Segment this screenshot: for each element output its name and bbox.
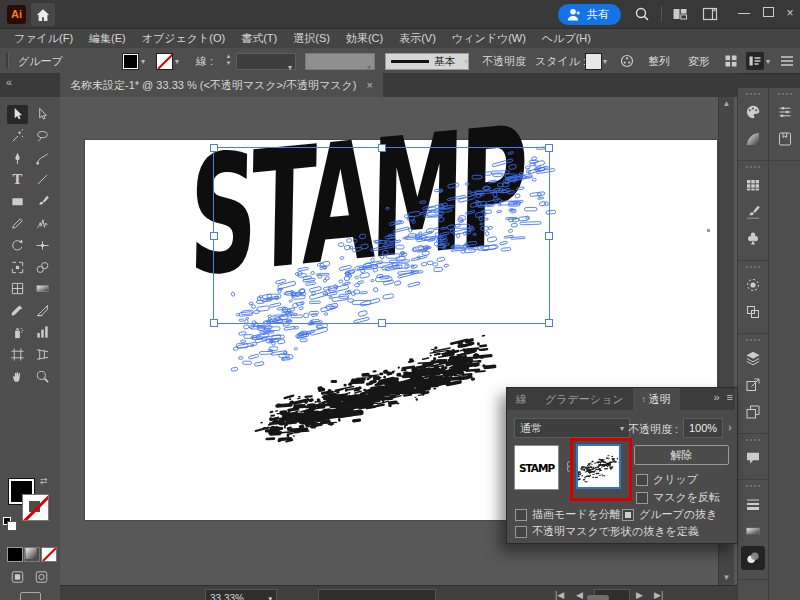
define-knockout-checkbox[interactable]: 不透明マスクで形状の抜きを定義: [515, 524, 699, 539]
width-tool[interactable]: [32, 236, 53, 255]
menu-edit[interactable]: 編集(E): [81, 31, 134, 46]
close-window-button[interactable]: ×: [778, 0, 800, 26]
selection-handle[interactable]: [210, 232, 218, 240]
opacity-value-field[interactable]: 100%: [683, 418, 723, 438]
opacity-link[interactable]: 不透明度: [482, 54, 526, 69]
shaper-tool[interactable]: [32, 214, 53, 233]
panel-drag-dots[interactable]: [746, 166, 760, 168]
close-tab-icon[interactable]: ×: [367, 79, 373, 91]
line-segment-tool[interactable]: [32, 170, 53, 189]
gradient-tool[interactable]: [32, 279, 53, 298]
selection-bounding-box[interactable]: [213, 147, 550, 324]
mesh-tool[interactable]: [7, 279, 28, 298]
transparency-circles-icon[interactable]: [741, 546, 765, 570]
panel-dock-icon[interactable]: [746, 52, 764, 70]
magic-wand-tool[interactable]: [7, 127, 28, 146]
stroke-color-swatch[interactable]: [156, 53, 173, 70]
artboards-icon[interactable]: [741, 400, 765, 424]
stroke-caret-icon[interactable]: ▾: [175, 57, 179, 66]
menu-view[interactable]: 表示(V): [391, 31, 444, 46]
selection-handle[interactable]: [210, 319, 218, 327]
document-tab[interactable]: 名称未設定-1* @ 33.33 % (<不透明マスク>/不透明マスク) ×: [60, 73, 383, 97]
panel-tab-stroke[interactable]: 線: [507, 388, 536, 410]
nested-squares-icon[interactable]: [741, 300, 765, 324]
previous-artboard-icon[interactable]: ◀: [576, 590, 583, 600]
stroke-lines-icon[interactable]: [741, 492, 765, 516]
menu-effect[interactable]: 効果(C): [338, 31, 391, 46]
clip-checkbox[interactable]: クリップ: [636, 472, 698, 487]
panel-dock-caret-icon[interactable]: ▾: [766, 57, 770, 66]
eyedropper-tool[interactable]: [7, 301, 28, 320]
rotate-tool[interactable]: [7, 236, 28, 255]
opacity-mask-thumbnail[interactable]: [576, 444, 621, 489]
rectangle-tool[interactable]: [7, 192, 28, 211]
panel-tab-transparency[interactable]: ↕透明: [633, 388, 680, 410]
first-artboard-icon[interactable]: |◀: [555, 590, 564, 600]
variable-width-dropdown[interactable]: ▾: [305, 53, 375, 70]
type-tool[interactable]: T: [7, 170, 28, 189]
panel-drag-dots[interactable]: [778, 93, 792, 95]
next-artboard-icon[interactable]: ▶: [636, 590, 643, 600]
blend-tool[interactable]: [32, 258, 53, 277]
collapse-tools-icon[interactable]: «: [6, 76, 12, 88]
opacity-flyout-icon[interactable]: ›: [725, 418, 735, 438]
paintbrush-tool[interactable]: [32, 192, 53, 211]
knockout-group-checkbox-box[interactable]: [622, 509, 634, 521]
invert-mask-checkbox[interactable]: マスクを反転: [636, 490, 720, 505]
color-palette-icon[interactable]: [741, 100, 765, 124]
lasso-tool[interactable]: [32, 127, 53, 146]
define-knockout-checkbox-box[interactable]: [515, 526, 527, 538]
maximize-button[interactable]: [756, 0, 780, 26]
style-caret-icon[interactable]: ▾: [603, 57, 607, 66]
home-button[interactable]: [31, 3, 55, 26]
pen-tool[interactable]: [7, 149, 28, 168]
selection-handle[interactable]: [378, 319, 386, 327]
scroll-down-icon[interactable]: ▼: [719, 571, 734, 585]
selection-tool[interactable]: [7, 105, 28, 124]
selection-handle[interactable]: [545, 232, 553, 240]
zoom-tool[interactable]: [32, 367, 53, 386]
draw-normal-mode-button[interactable]: [9, 569, 26, 584]
fill-color-swatch[interactable]: [122, 53, 139, 70]
menu-window[interactable]: ウィンドウ(W): [444, 31, 534, 46]
layers-icon[interactable]: [741, 346, 765, 370]
artboard-navigation-dropdown[interactable]: [318, 589, 436, 600]
invert-mask-checkbox-box[interactable]: [636, 492, 648, 504]
fill-caret-icon[interactable]: ▾: [141, 57, 145, 66]
column-graph-tool[interactable]: [32, 323, 53, 342]
panel-menu-icon[interactable]: ≡: [727, 391, 733, 403]
panel-drag-dots[interactable]: [746, 485, 760, 487]
swap-fill-stroke-icon[interactable]: ⇄: [40, 476, 48, 486]
scroll-up-icon[interactable]: ▲: [719, 97, 734, 111]
properties-sliders-icon[interactable]: [773, 100, 797, 124]
libraries-icon[interactable]: [773, 127, 797, 151]
menu-type[interactable]: 書式(T): [233, 31, 285, 46]
dashed-circle-icon[interactable]: [741, 273, 765, 297]
selection-handle[interactable]: [378, 144, 386, 152]
menu-file[interactable]: ファイル(F): [6, 31, 81, 46]
illustrator-app-icon[interactable]: Ai: [7, 5, 26, 24]
export-asset-icon[interactable]: [741, 373, 765, 397]
arrange-documents-button[interactable]: [672, 5, 692, 23]
brush-caret-icon[interactable]: ▾: [464, 57, 468, 66]
selection-handle[interactable]: [545, 144, 553, 152]
perspective-tool[interactable]: [32, 345, 53, 364]
menu-help[interactable]: ヘルプ(H): [534, 31, 599, 46]
symbols-club-icon[interactable]: [741, 227, 765, 251]
zoom-level-dropdown[interactable]: 33.33% ▾: [205, 589, 277, 600]
draw-behind-mode-button[interactable]: [33, 569, 50, 584]
transform-button[interactable]: 変形: [688, 54, 710, 69]
align-button[interactable]: 整列: [648, 54, 670, 69]
control-menu-icon[interactable]: [778, 52, 796, 70]
brushes-icon[interactable]: [741, 200, 765, 224]
pencil-tool[interactable]: [7, 214, 28, 233]
slice-tool[interactable]: [32, 301, 53, 320]
artboard-tool[interactable]: [7, 345, 28, 364]
symbol-sprayer-tool[interactable]: [7, 323, 28, 342]
blend-mode-dropdown[interactable]: 通常▾: [514, 418, 630, 438]
menu-select[interactable]: 選択(S): [285, 31, 338, 46]
gradient-wedge-icon[interactable]: [741, 127, 765, 151]
panel-drag-dots[interactable]: [746, 93, 760, 95]
swatches-icon[interactable]: [741, 173, 765, 197]
isolate-blending-checkbox-box[interactable]: [515, 509, 527, 521]
